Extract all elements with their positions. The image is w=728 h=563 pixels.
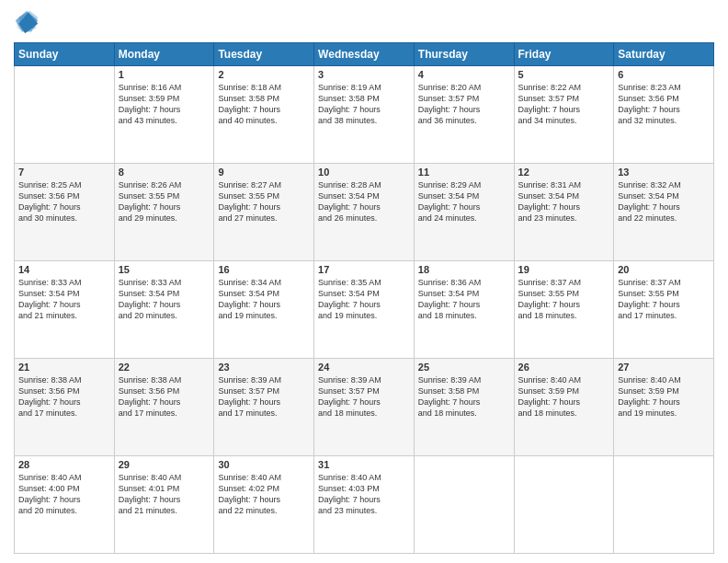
day-number: 7 <box>18 167 110 178</box>
day-number: 21 <box>18 362 110 373</box>
calendar-cell: 18Sunrise: 8:36 AM Sunset: 3:54 PM Dayli… <box>414 261 514 359</box>
calendar-cell: 26Sunrise: 8:40 AM Sunset: 3:59 PM Dayli… <box>514 359 614 456</box>
calendar-cell: 20Sunrise: 8:37 AM Sunset: 3:55 PM Dayli… <box>614 261 714 359</box>
calendar-day-header: Sunday <box>15 43 115 66</box>
day-info: Sunrise: 8:33 AM Sunset: 3:54 PM Dayligh… <box>119 277 210 322</box>
day-number: 4 <box>418 69 510 80</box>
calendar-day-header: Wednesday <box>314 43 415 66</box>
day-number: 3 <box>318 69 410 80</box>
calendar-cell: 16Sunrise: 8:34 AM Sunset: 3:54 PM Dayli… <box>214 261 314 359</box>
day-info: Sunrise: 8:18 AM Sunset: 3:58 PM Dayligh… <box>218 82 310 127</box>
calendar-cell: 28Sunrise: 8:40 AM Sunset: 4:00 PM Dayli… <box>15 456 115 554</box>
calendar-day-header: Saturday <box>614 43 714 66</box>
calendar-cell: 29Sunrise: 8:40 AM Sunset: 4:01 PM Dayli… <box>114 456 214 554</box>
calendar-cell: 5Sunrise: 8:22 AM Sunset: 3:57 PM Daylig… <box>514 66 614 164</box>
calendar-day-header: Friday <box>514 43 614 66</box>
day-number: 17 <box>318 264 410 275</box>
day-info: Sunrise: 8:16 AM Sunset: 3:59 PM Dayligh… <box>119 82 210 127</box>
calendar-table: SundayMondayTuesdayWednesdayThursdayFrid… <box>14 42 714 554</box>
logo <box>14 9 41 35</box>
day-info: Sunrise: 8:38 AM Sunset: 3:56 PM Dayligh… <box>119 374 210 419</box>
day-number: 22 <box>119 362 210 373</box>
day-number: 14 <box>18 264 110 275</box>
calendar-day-header: Thursday <box>414 43 514 66</box>
calendar-cell: 7Sunrise: 8:25 AM Sunset: 3:56 PM Daylig… <box>15 164 115 261</box>
calendar-cell <box>414 456 514 554</box>
calendar-cell: 21Sunrise: 8:38 AM Sunset: 3:56 PM Dayli… <box>15 359 115 456</box>
calendar-header-row: SundayMondayTuesdayWednesdayThursdayFrid… <box>15 43 714 66</box>
day-number: 26 <box>518 362 610 373</box>
calendar-cell: 11Sunrise: 8:29 AM Sunset: 3:54 PM Dayli… <box>414 164 514 261</box>
day-number: 9 <box>218 167 310 178</box>
calendar-cell: 9Sunrise: 8:27 AM Sunset: 3:55 PM Daylig… <box>214 164 314 261</box>
calendar-cell: 2Sunrise: 8:18 AM Sunset: 3:58 PM Daylig… <box>214 66 314 164</box>
day-number: 18 <box>418 264 510 275</box>
day-info: Sunrise: 8:22 AM Sunset: 3:57 PM Dayligh… <box>518 82 610 127</box>
day-number: 11 <box>418 167 510 178</box>
day-number: 15 <box>119 264 210 275</box>
logo-icon <box>14 9 40 35</box>
day-number: 24 <box>318 362 410 373</box>
calendar-cell: 27Sunrise: 8:40 AM Sunset: 3:59 PM Dayli… <box>614 359 714 456</box>
calendar-cell: 8Sunrise: 8:26 AM Sunset: 3:55 PM Daylig… <box>114 164 214 261</box>
day-info: Sunrise: 8:37 AM Sunset: 3:55 PM Dayligh… <box>618 277 710 322</box>
day-number: 27 <box>618 362 710 373</box>
day-number: 10 <box>318 167 410 178</box>
day-number: 12 <box>518 167 610 178</box>
calendar-cell: 23Sunrise: 8:39 AM Sunset: 3:57 PM Dayli… <box>214 359 314 456</box>
day-number: 1 <box>119 69 210 80</box>
calendar-cell: 25Sunrise: 8:39 AM Sunset: 3:58 PM Dayli… <box>414 359 514 456</box>
day-number: 5 <box>518 69 610 80</box>
day-info: Sunrise: 8:23 AM Sunset: 3:56 PM Dayligh… <box>618 82 710 127</box>
day-number: 28 <box>18 459 110 470</box>
day-number: 2 <box>218 69 310 80</box>
day-info: Sunrise: 8:32 AM Sunset: 3:54 PM Dayligh… <box>618 179 710 224</box>
calendar-week-row: 1Sunrise: 8:16 AM Sunset: 3:59 PM Daylig… <box>15 66 714 164</box>
day-number: 16 <box>218 264 310 275</box>
day-info: Sunrise: 8:34 AM Sunset: 3:54 PM Dayligh… <box>218 277 310 322</box>
day-info: Sunrise: 8:20 AM Sunset: 3:57 PM Dayligh… <box>418 82 510 127</box>
day-info: Sunrise: 8:39 AM Sunset: 3:57 PM Dayligh… <box>218 374 310 419</box>
day-info: Sunrise: 8:28 AM Sunset: 3:54 PM Dayligh… <box>318 179 410 224</box>
header <box>14 9 714 35</box>
page: SundayMondayTuesdayWednesdayThursdayFrid… <box>0 0 728 563</box>
day-number: 19 <box>518 264 610 275</box>
day-info: Sunrise: 8:40 AM Sunset: 4:02 PM Dayligh… <box>218 472 310 517</box>
day-number: 6 <box>618 69 710 80</box>
day-number: 25 <box>418 362 510 373</box>
day-info: Sunrise: 8:35 AM Sunset: 3:54 PM Dayligh… <box>318 277 410 322</box>
day-info: Sunrise: 8:36 AM Sunset: 3:54 PM Dayligh… <box>418 277 510 322</box>
calendar-cell: 6Sunrise: 8:23 AM Sunset: 3:56 PM Daylig… <box>614 66 714 164</box>
calendar-cell: 17Sunrise: 8:35 AM Sunset: 3:54 PM Dayli… <box>314 261 415 359</box>
day-info: Sunrise: 8:39 AM Sunset: 3:58 PM Dayligh… <box>418 374 510 419</box>
day-info: Sunrise: 8:25 AM Sunset: 3:56 PM Dayligh… <box>18 179 110 224</box>
calendar-cell: 12Sunrise: 8:31 AM Sunset: 3:54 PM Dayli… <box>514 164 614 261</box>
calendar-week-row: 21Sunrise: 8:38 AM Sunset: 3:56 PM Dayli… <box>15 359 714 456</box>
day-info: Sunrise: 8:26 AM Sunset: 3:55 PM Dayligh… <box>119 179 210 224</box>
calendar-cell: 19Sunrise: 8:37 AM Sunset: 3:55 PM Dayli… <box>514 261 614 359</box>
day-number: 30 <box>218 459 310 470</box>
day-info: Sunrise: 8:40 AM Sunset: 3:59 PM Dayligh… <box>518 374 610 419</box>
calendar-cell: 3Sunrise: 8:19 AM Sunset: 3:58 PM Daylig… <box>314 66 415 164</box>
day-number: 31 <box>318 459 410 470</box>
calendar-cell: 10Sunrise: 8:28 AM Sunset: 3:54 PM Dayli… <box>314 164 415 261</box>
day-info: Sunrise: 8:40 AM Sunset: 4:00 PM Dayligh… <box>18 472 110 517</box>
day-info: Sunrise: 8:40 AM Sunset: 4:03 PM Dayligh… <box>318 472 410 517</box>
calendar-cell <box>15 66 115 164</box>
calendar-week-row: 7Sunrise: 8:25 AM Sunset: 3:56 PM Daylig… <box>15 164 714 261</box>
calendar-cell: 24Sunrise: 8:39 AM Sunset: 3:57 PM Dayli… <box>314 359 415 456</box>
day-info: Sunrise: 8:19 AM Sunset: 3:58 PM Dayligh… <box>318 82 410 127</box>
day-info: Sunrise: 8:39 AM Sunset: 3:57 PM Dayligh… <box>318 374 410 419</box>
calendar-cell <box>514 456 614 554</box>
day-number: 20 <box>618 264 710 275</box>
calendar-day-header: Tuesday <box>214 43 314 66</box>
day-info: Sunrise: 8:38 AM Sunset: 3:56 PM Dayligh… <box>18 374 110 419</box>
calendar-day-header: Monday <box>114 43 214 66</box>
calendar-week-row: 28Sunrise: 8:40 AM Sunset: 4:00 PM Dayli… <box>15 456 714 554</box>
day-info: Sunrise: 8:37 AM Sunset: 3:55 PM Dayligh… <box>518 277 610 322</box>
calendar-cell: 22Sunrise: 8:38 AM Sunset: 3:56 PM Dayli… <box>114 359 214 456</box>
day-number: 29 <box>119 459 210 470</box>
day-info: Sunrise: 8:31 AM Sunset: 3:54 PM Dayligh… <box>518 179 610 224</box>
calendar-week-row: 14Sunrise: 8:33 AM Sunset: 3:54 PM Dayli… <box>15 261 714 359</box>
day-number: 8 <box>119 167 210 178</box>
